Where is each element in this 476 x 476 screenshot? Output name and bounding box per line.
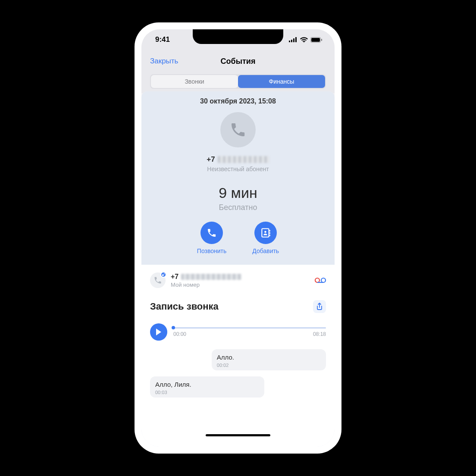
caller-hero: +7 Неизвестный абонент 9 мин Бесплатно П… (141, 110, 335, 265)
share-icon (316, 303, 323, 310)
svg-rect-0 (289, 41, 290, 42)
transcript-bubble: Алло. 00:02 (212, 349, 326, 370)
phone-icon (207, 228, 217, 238)
add-action-label: Добавить (252, 247, 279, 254)
svg-rect-1 (291, 40, 292, 42)
svg-rect-10 (269, 232, 270, 234)
status-time: 9:41 (155, 35, 170, 44)
share-button[interactable] (313, 300, 326, 313)
status-icons (289, 37, 323, 43)
play-button[interactable] (150, 323, 167, 341)
my-number: +7 (171, 273, 241, 281)
track-end-time: 08:18 (313, 331, 326, 337)
svg-rect-3 (295, 37, 297, 42)
voicemail-icon (315, 277, 326, 284)
bubble-time: 00:03 (155, 390, 259, 395)
progress-track[interactable]: 00:00 08:18 (173, 327, 326, 337)
my-number-label: Мой номер (171, 282, 310, 288)
svg-point-8 (264, 231, 266, 233)
svg-rect-11 (269, 235, 270, 236)
segmented-control: Звонки Финансы (150, 74, 326, 89)
phone-screen: 9:41 Закрыть События Звонки Финансы (141, 29, 335, 447)
add-action[interactable]: Добавить (252, 222, 279, 254)
redacted-my-number (181, 274, 241, 280)
svg-rect-6 (321, 39, 322, 41)
bubble-text: Алло, Лиля. (155, 381, 259, 388)
wifi-icon (300, 37, 308, 43)
close-button[interactable]: Закрыть (150, 57, 178, 66)
redacted-number (218, 156, 269, 163)
caller-avatar (220, 112, 256, 147)
play-icon (155, 328, 162, 336)
page-title: События (221, 57, 256, 66)
transcript-bubble: Алло, Лиля. 00:03 (150, 376, 264, 398)
call-button[interactable] (200, 222, 223, 244)
caller-number: +7 (207, 155, 269, 164)
caller-label: Неизвестный абонент (141, 166, 335, 172)
audio-player: 00:00 08:18 (150, 323, 326, 341)
svg-point-12 (315, 278, 319, 282)
address-book-icon (260, 227, 271, 238)
add-contact-button[interactable] (254, 222, 277, 244)
phone-frame: 9:41 Закрыть События Звонки Финансы (135, 22, 341, 454)
phone-icon (229, 121, 247, 138)
notch (193, 29, 283, 44)
bubble-text: Алло. (217, 354, 321, 361)
svg-point-13 (321, 278, 326, 282)
event-sheet: 30 октября 2023, 15:08 +7 Неизвестный аб… (141, 91, 335, 447)
svg-rect-2 (293, 38, 294, 42)
call-action[interactable]: Позвонить (197, 222, 226, 254)
call-action-label: Позвонить (197, 247, 226, 254)
tab-calls[interactable]: Звонки (151, 75, 238, 88)
my-number-row: +7 Мой номер (150, 272, 326, 288)
incoming-call-icon (150, 272, 166, 288)
tab-finance[interactable]: Финансы (238, 75, 325, 88)
nav-bar: Закрыть События Звонки Финансы (141, 50, 335, 93)
track-start-time: 00:00 (173, 331, 186, 337)
my-number-prefix: +7 (171, 273, 178, 281)
home-indicator (206, 434, 270, 436)
svg-rect-5 (311, 38, 320, 42)
event-body: +7 Мой номер Запись звонка (141, 265, 335, 447)
phone-prefix: +7 (207, 155, 215, 164)
call-cost: Бесплатно (141, 203, 335, 212)
battery-icon (310, 37, 323, 43)
call-duration: 9 мин (141, 185, 335, 201)
bubble-time: 00:02 (217, 363, 321, 368)
svg-rect-9 (269, 230, 270, 232)
cellular-signal-icon (289, 37, 298, 42)
event-datetime: 30 октября 2023, 15:08 (141, 91, 335, 110)
incoming-arrow-icon (160, 272, 166, 278)
transcript: Алло. 00:02 Алло, Лиля. 00:03 (150, 349, 326, 398)
recording-title: Запись звонка (150, 301, 219, 312)
